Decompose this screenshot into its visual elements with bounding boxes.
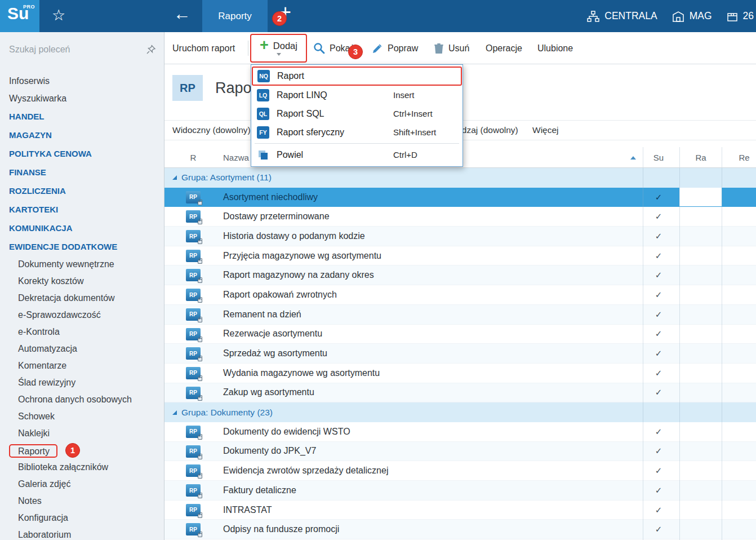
sidebar-section-polityka-cenowa[interactable]: POLITYKA CENOWA — [0, 144, 164, 163]
menu-item-shortcut: Ctrl+Insert — [393, 109, 433, 118]
menu-item-raport-sferyczny[interactable]: FY Raport sferyczny Shift+Insert — [251, 123, 463, 141]
add-label: Dodaj — [273, 41, 297, 51]
table-row[interactable]: RP Dokumenty do JPK_V7 ✓ — [164, 442, 756, 462]
table-row[interactable]: RP Rezerwacje asortymentu ✓ — [164, 325, 756, 344]
sidebar-item-laboratorium[interactable]: Laboratorium — [0, 526, 164, 540]
report-icon-text: RP — [189, 194, 197, 200]
sidebar-item-slad-rewizyjny[interactable]: Ślad rewizyjny — [0, 374, 164, 391]
sort-ascending-icon[interactable] — [630, 156, 636, 160]
table-row[interactable]: RP Ewidencja zwrotów sprzedaży detaliczn… — [164, 461, 756, 481]
table-row[interactable]: RP Raport magazynowy na zadany okres ✓ — [164, 265, 756, 285]
sidebar-section-handel[interactable]: HANDEL — [0, 107, 164, 126]
sidebar-item-korekty-kosztow[interactable]: Korekty kosztów — [0, 273, 164, 290]
su-checkmark: ✓ — [651, 285, 666, 304]
operations-button[interactable]: Operacje — [486, 32, 522, 64]
sidebar-item-label: e-Sprawozdawczość — [18, 310, 101, 320]
sidebar-item-e-kontrola[interactable]: e-Kontrola — [0, 324, 164, 340]
table-row[interactable]: RP Remanent na dzień ✓ — [164, 305, 756, 325]
table-row[interactable]: RP Odpisy na fundusze promocji ✓ — [164, 520, 756, 539]
report-name: Dokumenty do ewidencji WSTO — [223, 422, 350, 441]
sidebar-item-wyszukiwarka[interactable]: Wyszukiwarka — [0, 90, 164, 107]
table-row[interactable]: RP Asortyment niechodliwy ✓ — [164, 188, 756, 207]
table-row[interactable]: RP Raport opakowań zwrotnych ✓ — [164, 285, 756, 305]
sidebar-item-biblioteka-zalacznikow[interactable]: Biblioteka załączników — [0, 459, 164, 476]
show-button[interactable]: Pokaż 3 — [313, 32, 354, 64]
sidebar-item-raporty[interactable]: Raporty 1 — [0, 442, 164, 459]
sidebar-item-automatyzacja[interactable]: Automatyzacja — [0, 340, 164, 357]
table-row[interactable]: RP INTRASTAT ✓ — [164, 501, 756, 520]
table-row[interactable]: RP Faktury detaliczne ✓ — [164, 481, 756, 501]
report-name: Przyjęcia magazynowe wg asortymentu — [223, 246, 381, 265]
table-row[interactable]: RP Sprzedaż wg asortymentu ✓ — [164, 344, 756, 364]
search-input[interactable] — [0, 39, 164, 60]
menu-item-shortcut: Shift+Insert — [393, 127, 436, 137]
sidebar-item-schowek[interactable]: Schowek — [0, 408, 164, 425]
lq-report-icon: LQ — [257, 89, 269, 101]
column-header-ra[interactable]: Ra — [693, 147, 708, 167]
su-checkmark: ✓ — [651, 246, 666, 265]
sidebar-section-rozliczenia[interactable]: ROZLICZENIA — [0, 182, 164, 200]
su-checkmark: ✓ — [651, 207, 666, 226]
centrala-button[interactable]: CENTRALA — [587, 10, 657, 22]
filter-more[interactable]: Więcej — [532, 121, 559, 140]
sidebar-item-ochrona-danych-osobowych[interactable]: Ochrona danych osobowych — [0, 391, 164, 408]
menu-item-raport-sql[interactable]: QL Raport SQL Ctrl+Insert — [251, 104, 463, 123]
column-divider — [679, 147, 680, 167]
new-tab-button[interactable]: + 2 — [275, 0, 300, 32]
add-button[interactable]: + Dodaj — [250, 34, 307, 63]
favorites-button[interactable]: Ulubione — [537, 32, 573, 64]
sidebar-item-dekretacja-dokumentow[interactable]: Dekretacja dokumentów — [0, 290, 164, 307]
report-name: Asortyment niechodliwy — [223, 188, 318, 207]
menu-item-raport[interactable]: NQ Raport — [252, 67, 462, 86]
table-row[interactable]: RP Historia dostawy o podanym kodzie ✓ — [164, 227, 756, 246]
menu-item-raport-linq[interactable]: LQ Raport LINQ Insert — [251, 86, 463, 104]
menu-item-powiel[interactable]: Powiel Ctrl+D — [251, 145, 463, 164]
back-arrow-icon[interactable]: ← — [174, 4, 191, 24]
sidebar-section-komunikacja[interactable]: KOMUNIKACJA — [0, 219, 164, 237]
sidebar-item-label: Naklejki — [18, 428, 50, 438]
pin-icon[interactable] — [146, 45, 156, 55]
callout-badge-3: 3 — [348, 45, 363, 59]
group-row-asortyment[interactable]: Grupa: Asortyment (11) — [164, 168, 756, 188]
sidebar-item-konfiguracja[interactable]: Konfiguracja — [0, 510, 164, 526]
sidebar-section-magazyn[interactable]: MAGAZYN — [0, 126, 164, 144]
report-name: Sprzedaż wg asortymentu — [223, 344, 327, 363]
report-icon-text: RP — [189, 311, 197, 317]
lock-icon — [198, 436, 202, 440]
delete-button[interactable]: Usuń — [434, 32, 469, 64]
table-row[interactable]: RP Dokumenty do ewidencji WSTO ✓ — [164, 422, 756, 442]
run-report-button[interactable]: Uruchom raport — [172, 32, 235, 64]
favorites-star-icon[interactable]: ☆ — [52, 6, 65, 24]
column-header-re[interactable]: Re — [736, 147, 753, 167]
report-icon-text: RP — [189, 214, 197, 220]
mag-button[interactable]: MAG — [672, 10, 712, 22]
sidebar-item-notes[interactable]: Notes — [0, 493, 164, 510]
table-row[interactable]: RP Wydania magazynowe wg asortymentu ✓ — [164, 364, 756, 383]
table-row[interactable]: RP Zakup wg asortymentu ✓ — [164, 383, 756, 403]
sidebar-item-dokumenty-wewnetrzne[interactable]: Dokumenty wewnętrzne — [0, 256, 164, 273]
sidebar-section-label: MAGAZYN — [9, 130, 52, 140]
sidebar-item-infoserwis[interactable]: Infoserwis — [0, 72, 164, 90]
table-row[interactable]: RP Przyjęcia magazynowe wg asortymentu ✓ — [164, 246, 756, 266]
sidebar-item-komentarze[interactable]: Komentarze — [0, 357, 164, 374]
sidebar-item-galeria-zdjec[interactable]: Galeria zdjęć — [0, 476, 164, 493]
app-logo[interactable]: Su PRO — [0, 0, 39, 32]
report-name: Raport magazynowy na zadany okres — [223, 265, 374, 285]
tab-raporty[interactable]: Raporty — [202, 0, 268, 32]
sidebar-item-label: Automatyzacja — [18, 344, 77, 353]
group-row-dokumenty[interactable]: Grupa: Dokumenty (23) — [164, 402, 756, 422]
sidebar-section-ewidencje-dodatkowe[interactable]: EWIDENCJE DODATKOWE — [0, 237, 164, 256]
column-header-r[interactable]: R — [186, 147, 201, 167]
sidebar-section-kartoteki[interactable]: KARTOTEKI — [0, 200, 164, 219]
filter-widoczny[interactable]: Widoczny (dowolny) — [172, 121, 251, 140]
lock-icon — [198, 201, 202, 205]
column-header-nazwa[interactable]: Nazwa — [223, 147, 249, 167]
sidebar-item-naklejki[interactable]: Naklejki — [0, 425, 164, 442]
edit-button[interactable]: Popraw — [372, 32, 418, 64]
nq-report-icon: NQ — [257, 70, 270, 82]
counter-button[interactable]: 26 — [727, 10, 754, 22]
sidebar-item-e-sprawozdawczosc[interactable]: e-Sprawozdawczość — [0, 307, 164, 324]
column-header-su[interactable]: Su — [651, 147, 666, 167]
table-row[interactable]: RP Dostawy przeterminowane ✓ — [164, 207, 756, 227]
sidebar-section-finanse[interactable]: FINANSE — [0, 163, 164, 182]
